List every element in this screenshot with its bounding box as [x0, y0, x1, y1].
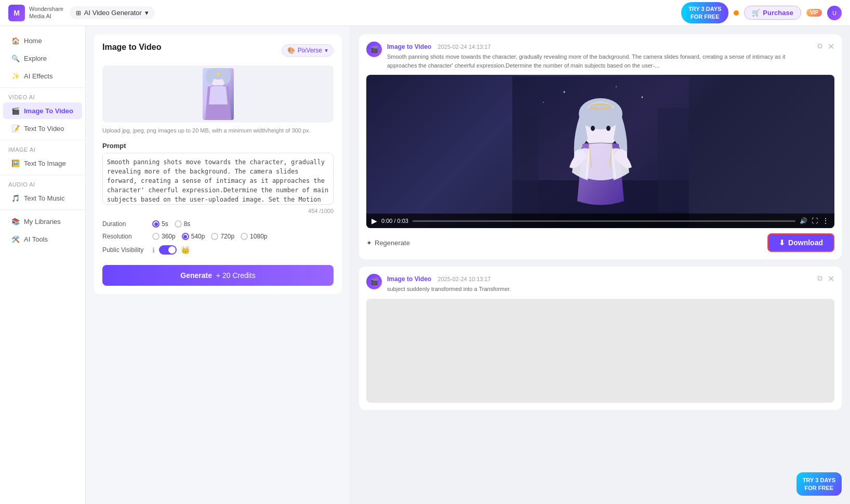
text-to-image-icon: 🖼️: [11, 159, 20, 167]
image-ai-label: Image AI: [0, 143, 85, 154]
prompt-textarea[interactable]: Smooth panning shots move towards the ch…: [102, 153, 334, 205]
duration-8s-label: 8s: [184, 220, 191, 228]
copy-icon-2[interactable]: ⧉: [817, 274, 822, 283]
resolution-1080p-label: 1080p: [250, 233, 267, 240]
video-player-1: ▶ 0:00 / 0:03 🔊 ⛶ ⋮: [366, 75, 834, 228]
svg-point-13: [543, 102, 544, 103]
resolution-360p-label: 360p: [162, 233, 176, 240]
purchase-label: Purchase: [763, 9, 793, 17]
result-meta-2: Image to Video 2025-02-24 10:13:17 subje…: [387, 274, 808, 294]
resolution-720p[interactable]: 720p: [211, 233, 234, 240]
purchase-button[interactable]: 🛒 Purchase: [744, 6, 801, 20]
provider-button[interactable]: 🎨 PixVerse ▾: [282, 44, 334, 57]
image-upload-area[interactable]: [102, 65, 334, 123]
result-actions-1: ✦ Regenerate ⬇ Download: [366, 233, 834, 252]
image-to-video-icon: 🎬: [11, 107, 20, 115]
logo: M Wondershare Media AI: [8, 5, 63, 21]
result-desc-2: subject suddenly transformed into a Tran…: [387, 285, 808, 294]
sidebar-divider-3: [0, 175, 85, 175]
sidebar: 🏠 Home 🔍 Explore ✨ AI Effects Video AI 🎬…: [0, 26, 86, 504]
credits-label: + 20 Credits: [216, 271, 256, 280]
duration-5s[interactable]: 5s: [152, 220, 168, 228]
sidebar-item-image-to-video[interactable]: 🎬 Image To Video: [3, 102, 82, 119]
duration-8s[interactable]: 8s: [175, 220, 191, 228]
panel-card: Image to Video 🎨 PixVerse ▾: [94, 34, 342, 294]
sidebar-divider-1: [0, 87, 85, 88]
generate-button[interactable]: Generate + 20 Credits: [102, 265, 334, 286]
explore-icon: 🔍: [11, 54, 20, 62]
logo-text: Wondershare Media AI: [29, 6, 63, 19]
svg-rect-8: [658, 108, 689, 211]
sidebar-item-explore[interactable]: 🔍 Explore: [3, 50, 82, 67]
audio-ai-label: Audio AI: [0, 178, 85, 189]
sidebar-label-explore: Explore: [24, 55, 47, 62]
sidebar-divider-4: [0, 209, 85, 210]
visibility-toggle-row: ℹ 👑: [152, 245, 190, 255]
corner-banner-line2: FOR FREE: [803, 484, 835, 492]
header-left: M Wondershare Media AI ⊞ AI Video Genera…: [8, 5, 155, 21]
download-button[interactable]: ⬇ Download: [767, 233, 834, 252]
duration-5s-label: 5s: [162, 220, 168, 228]
visibility-row: Public Visibility ℹ 👑: [102, 245, 334, 255]
sidebar-item-home[interactable]: 🏠 Home: [3, 32, 82, 49]
radio-1080p-circle: [241, 233, 248, 240]
result-card-2: 🎬 Image to Video 2025-02-24 10:13:17 sub…: [359, 267, 842, 410]
resolution-540p-label: 540p: [191, 233, 205, 240]
panel-header: Image to Video 🎨 PixVerse ▾: [102, 43, 334, 58]
result-card-2-header: 🎬 Image to Video 2025-02-24 10:13:17 sub…: [366, 274, 834, 294]
resolution-1080p[interactable]: 1080p: [241, 233, 267, 240]
sidebar-item-ai-tools[interactable]: 🛠️ AI Tools: [3, 231, 82, 247]
radio-720p-circle: [211, 233, 218, 240]
radio-360p-circle: [152, 233, 160, 240]
result-avatar-1: 🎬: [366, 42, 382, 57]
try-free-button[interactable]: TRY 3 DAYS FOR FREE: [681, 2, 728, 23]
visibility-toggle[interactable]: [159, 245, 177, 255]
provider-label: PixVerse: [298, 47, 322, 54]
svg-point-12: [641, 96, 643, 98]
visibility-label: Public Visibility: [102, 246, 144, 254]
copy-icon-1[interactable]: ⧉: [817, 42, 822, 50]
text-to-music-icon: 🎵: [11, 194, 20, 202]
logo-letter: M: [14, 9, 20, 17]
corner-try-free-banner[interactable]: TRY 3 DAYS FOR FREE: [796, 472, 842, 496]
result-time-2: 2025-02-24 10:13:17: [438, 276, 491, 282]
result-type-2: Image to Video: [387, 275, 431, 283]
more-icon-1[interactable]: ⋮: [822, 217, 829, 225]
sidebar-item-text-to-video[interactable]: 📝 Text To Video: [3, 120, 82, 137]
resolution-360p[interactable]: 360p: [152, 233, 176, 240]
progress-bar-1[interactable]: [413, 220, 795, 222]
result-meta-1: Image to Video 2025-02-24 14:13:17 Smoot…: [387, 42, 808, 70]
resolution-720p-label: 720p: [220, 233, 234, 240]
close-icon-1[interactable]: ✕: [828, 42, 834, 51]
sidebar-label-home: Home: [24, 37, 42, 45]
content-area: 🎬 Image to Video 2025-02-24 14:13:17 Smo…: [351, 26, 850, 504]
corner-banner-line1: TRY 3 DAYS: [803, 476, 835, 484]
close-icon-2[interactable]: ✕: [828, 274, 834, 284]
sidebar-label-libraries: My Libraries: [24, 218, 61, 226]
fullscreen-icon-1[interactable]: ⛶: [812, 217, 818, 224]
svg-point-5: [217, 73, 220, 76]
play-button-1[interactable]: ▶: [371, 217, 377, 225]
sidebar-item-ai-effects[interactable]: ✨ AI Effects: [3, 68, 82, 84]
info-icon: ℹ: [152, 246, 155, 254]
sidebar-item-my-libraries[interactable]: 📚 My Libraries: [3, 213, 82, 230]
result-type-1: Image to Video: [387, 43, 431, 50]
resolution-label: Resolution: [102, 233, 144, 240]
provider-chevron-icon: ▾: [325, 47, 328, 54]
volume-icon-1[interactable]: 🔊: [800, 217, 807, 224]
regenerate-button[interactable]: ✦ Regenerate: [366, 239, 410, 247]
resolution-radio-group: 360p 540p 720p 1080p: [152, 233, 267, 240]
nav-pill-ai-video[interactable]: ⊞ AI Video Generator ▾: [70, 6, 155, 19]
app-header: M Wondershare Media AI ⊞ AI Video Genera…: [0, 0, 850, 26]
char-count: 454 /1000: [102, 208, 334, 214]
sidebar-item-text-to-music[interactable]: 🎵 Text To Music: [3, 190, 82, 206]
duration-radio-group: 5s 8s: [152, 220, 190, 228]
sidebar-label-tools: AI Tools: [24, 235, 48, 243]
resolution-540p[interactable]: 540p: [182, 233, 205, 240]
video-controls-1: ▶ 0:00 / 0:03 🔊 ⛶ ⋮: [366, 214, 834, 228]
logo-icon: M: [8, 5, 25, 21]
sidebar-item-text-to-image[interactable]: 🖼️ Text To Image: [3, 155, 82, 171]
vip-badge: VIP: [806, 9, 822, 17]
svg-point-17: [606, 126, 610, 131]
generate-label: Generate: [180, 271, 212, 280]
